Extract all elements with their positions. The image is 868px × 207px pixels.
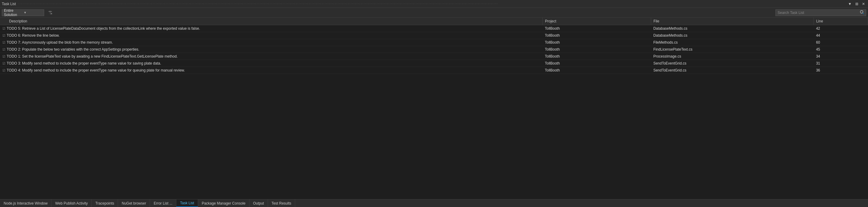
- title-dots: ········································…: [19, 2, 498, 5]
- table-row[interactable]: ☑TODO 4: Modify send method to include t…: [0, 67, 868, 74]
- table-row[interactable]: ☑TODO 5: Retrieve a List of LicensePlate…: [0, 25, 868, 32]
- row-0-project: TollBooth: [542, 25, 651, 32]
- tab-errorlist[interactable]: Error List ...: [150, 200, 176, 207]
- row-5-line: 31: [813, 60, 868, 67]
- bottom-tabs: Node.js Interactive WindowWeb Publish Ac…: [0, 199, 868, 207]
- panel-title: Task List: [2, 2, 16, 6]
- task-table: Description Project File Line ☑TODO 5: R…: [0, 18, 868, 74]
- toolbar: Entire Solution ▼: [0, 8, 868, 18]
- dropdown-button[interactable]: ▼: [847, 1, 853, 7]
- row-0-line: 42: [813, 25, 868, 32]
- task-check-icon: ☑: [2, 34, 5, 37]
- search-button[interactable]: [858, 9, 866, 16]
- task-description-text: TODO 5: Retrieve a List of LicensePlateD…: [7, 26, 200, 31]
- row-0-description: ☑TODO 5: Retrieve a List of LicensePlate…: [0, 25, 542, 32]
- task-description-text: TODO 3: Modify send method to include th…: [7, 61, 161, 66]
- tab-tracepoints[interactable]: Tracepoints: [92, 200, 118, 207]
- table-row[interactable]: ☑TODO 1: Set the licensePlateText value …: [0, 53, 868, 60]
- row-6-file: SendToEventGrid.cs: [651, 67, 813, 74]
- row-4-file: ProcessImage.cs: [651, 53, 813, 60]
- task-check-icon: ☑: [2, 27, 5, 31]
- col-header-project[interactable]: Project: [542, 18, 651, 25]
- row-5-description: ☑TODO 3: Modify send method to include t…: [0, 60, 542, 67]
- title-bar-right: ▼ ⊞ ✕: [847, 1, 866, 7]
- table-row[interactable]: ☑TODO 2: Populate the below two variable…: [0, 46, 868, 53]
- row-3-description: ☑TODO 2: Populate the below two variable…: [0, 46, 542, 53]
- table-row[interactable]: ☑TODO 6: Remove the line below.TollBooth…: [0, 32, 868, 39]
- row-6-line: 36: [813, 67, 868, 74]
- row-3-file: FindLicensePlateText.cs: [651, 46, 813, 53]
- svg-point-2: [861, 10, 863, 13]
- table-row[interactable]: ☑TODO 7: Asyncronously upload the blob f…: [0, 39, 868, 46]
- tab-nuget[interactable]: NuGet browser: [118, 200, 150, 207]
- col-header-line[interactable]: Line: [813, 18, 868, 25]
- col-header-description[interactable]: Description: [0, 18, 542, 25]
- row-1-line: 44: [813, 32, 868, 39]
- tab-output[interactable]: Output: [249, 200, 268, 207]
- row-3-line: 45: [813, 46, 868, 53]
- row-5-file: SendToEventGrid.cs: [651, 60, 813, 67]
- row-4-project: TollBooth: [542, 53, 651, 60]
- row-4-description: ☑TODO 1: Set the licensePlateText value …: [0, 53, 542, 60]
- task-check-icon: ☑: [2, 41, 5, 45]
- task-check-icon: ☑: [2, 69, 5, 73]
- close-button[interactable]: ✕: [861, 1, 866, 7]
- tab-testresults[interactable]: Test Results: [268, 200, 295, 207]
- col-header-file[interactable]: File: [651, 18, 813, 25]
- dropdown-arrow-icon: ▼: [24, 11, 42, 14]
- pin-button[interactable]: ⊞: [854, 1, 860, 7]
- row-6-description: ☑TODO 4: Modify send method to include t…: [0, 67, 542, 74]
- row-3-project: TollBooth: [542, 46, 651, 53]
- task-description-text: TODO 4: Modify send method to include th…: [7, 68, 185, 73]
- row-2-description: ☑TODO 7: Asyncronously upload the blob f…: [0, 39, 542, 46]
- scope-label: Entire Solution: [4, 8, 22, 17]
- tab-webpublish[interactable]: Web Publish Activity: [52, 200, 92, 207]
- task-check-icon: ☑: [2, 48, 5, 52]
- search-input[interactable]: [776, 10, 858, 16]
- row-1-description: ☑TODO 6: Remove the line below.: [0, 32, 542, 39]
- row-2-project: TollBooth: [542, 39, 651, 46]
- tab-tasklist[interactable]: Task List: [176, 200, 198, 207]
- title-bar-left: Task List ······························…: [2, 2, 499, 6]
- row-6-project: TollBooth: [542, 67, 651, 74]
- row-4-line: 34: [813, 53, 868, 60]
- row-1-project: TollBooth: [542, 32, 651, 39]
- task-check-icon: ☑: [2, 61, 5, 66]
- tab-nodejs[interactable]: Node.js Interactive Window: [0, 200, 52, 207]
- row-2-file: FileMethods.cs: [651, 39, 813, 46]
- tab-packagemanager[interactable]: Package Manager Console: [198, 200, 249, 207]
- title-bar: Task List ······························…: [0, 0, 868, 8]
- task-check-icon: ☑: [2, 55, 5, 58]
- row-2-line: 60: [813, 39, 868, 46]
- task-description-text: TODO 7: Asyncronously upload the blob fr…: [7, 40, 113, 45]
- task-description-text: TODO 1: Set the licensePlateText value b…: [7, 54, 178, 58]
- task-description-text: TODO 6: Remove the line below.: [7, 33, 60, 37]
- row-5-project: TollBooth: [542, 60, 651, 67]
- search-container: [775, 9, 866, 16]
- row-0-file: DatabaseMethods.cs: [651, 25, 813, 32]
- task-description-text: TODO 2: Populate the below two variables…: [7, 47, 140, 52]
- clear-filter-button[interactable]: [46, 10, 54, 16]
- task-list-panel: Task List ······························…: [0, 0, 868, 207]
- table-row[interactable]: ☑TODO 3: Modify send method to include t…: [0, 60, 868, 67]
- table-container[interactable]: Description Project File Line ☑TODO 5: R…: [0, 18, 868, 199]
- row-1-file: DatabaseMethods.cs: [651, 32, 813, 39]
- table-header-row: Description Project File Line: [0, 18, 868, 25]
- svg-line-3: [863, 13, 864, 14]
- scope-dropdown[interactable]: Entire Solution ▼: [2, 9, 44, 16]
